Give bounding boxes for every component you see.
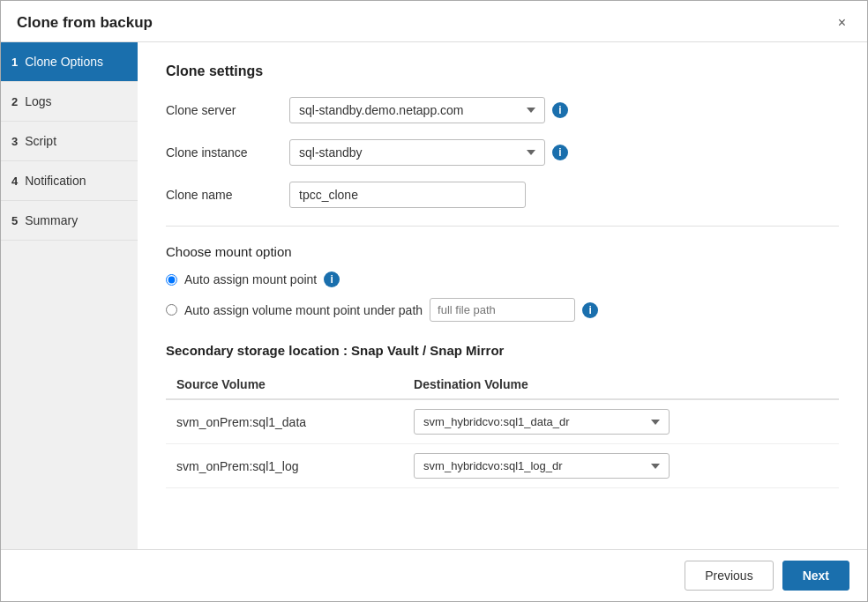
clone-settings-title: Clone settings <box>166 63 839 79</box>
sidebar-label-summary: Summary <box>25 213 78 227</box>
step-num-3: 3 <box>11 135 18 148</box>
sidebar-item-logs[interactable]: 2 Logs <box>1 82 138 122</box>
mount-option-title: Choose mount option <box>166 244 839 259</box>
dialog-body: 1 Clone Options 2 Logs 3 Script 4 Notifi… <box>1 42 867 549</box>
step-num-4: 4 <box>11 175 18 188</box>
auto-assign-info-icon[interactable]: i <box>324 271 340 287</box>
radio-auto-assign-label: Auto assign mount point <box>184 272 317 286</box>
storage-section: Secondary storage location : Snap Vault … <box>166 343 839 488</box>
dialog-header: Clone from backup × <box>1 1 867 42</box>
clone-from-backup-dialog: Clone from backup × 1 Clone Options 2 Lo… <box>0 0 868 602</box>
main-content: Clone settings Clone server sql-standby.… <box>138 42 867 549</box>
clone-server-control: sql-standby.demo.netapp.com i <box>289 97 568 123</box>
close-button[interactable]: × <box>833 13 851 33</box>
col-dest-volume: Destination Volume <box>403 370 839 399</box>
sidebar-item-summary[interactable]: 5 Summary <box>1 201 138 241</box>
clone-server-row: Clone server sql-standby.demo.netapp.com… <box>166 97 839 123</box>
clone-instance-select[interactable]: sql-standby <box>289 139 545 166</box>
dest-volume-select-1[interactable]: svm_hybridcvo:sql1_log_dr <box>414 453 670 479</box>
clone-instance-control: sql-standby i <box>289 139 568 166</box>
dest-volume-cell: svm_hybridcvo:sql1_data_dr <box>403 399 839 444</box>
divider-1 <box>166 226 839 227</box>
sidebar-item-clone-options[interactable]: 1 Clone Options <box>1 42 138 82</box>
clone-name-input[interactable] <box>289 182 526 208</box>
clone-name-label: Clone name <box>166 188 289 202</box>
dialog-footer: Previous Next <box>1 549 867 601</box>
dest-volume-select-0[interactable]: svm_hybridcvo:sql1_data_dr <box>414 409 670 435</box>
sidebar-label-clone-options: Clone Options <box>25 55 103 69</box>
clone-instance-label: Clone instance <box>166 145 289 160</box>
clone-name-control <box>289 182 526 208</box>
source-volume-cell: svm_onPrem:sql1_data <box>166 399 403 444</box>
col-source-volume: Source Volume <box>166 370 403 399</box>
radio-auto-volume[interactable] <box>166 304 177 316</box>
next-button[interactable]: Next <box>782 561 849 591</box>
dialog-title: Clone from backup <box>17 14 153 32</box>
clone-instance-info-icon[interactable]: i <box>552 145 568 160</box>
previous-button[interactable]: Previous <box>685 561 773 591</box>
path-input[interactable] <box>430 298 575 322</box>
step-num-2: 2 <box>11 95 18 108</box>
sidebar-label-logs: Logs <box>25 94 51 108</box>
clone-instance-row: Clone instance sql-standby i <box>166 139 839 166</box>
sidebar-item-notification[interactable]: 4 Notification <box>1 161 138 201</box>
table-row: svm_onPrem:sql1_data svm_hybridcvo:sql1_… <box>166 399 839 444</box>
sidebar-label-notification: Notification <box>25 174 86 188</box>
source-volume-cell: svm_onPrem:sql1_log <box>166 444 403 488</box>
dest-volume-cell: svm_hybridcvo:sql1_log_dr <box>403 444 839 488</box>
sidebar-item-script[interactable]: 3 Script <box>1 122 138 161</box>
clone-server-info-icon[interactable]: i <box>552 102 568 118</box>
table-header-row: Source Volume Destination Volume <box>166 370 839 399</box>
radio-auto-assign-row: Auto assign mount point i <box>166 271 839 287</box>
storage-table: Source Volume Destination Volume svm_onP… <box>166 370 839 488</box>
path-info-icon[interactable]: i <box>582 302 598 318</box>
sidebar-label-script: Script <box>25 134 56 148</box>
storage-title: Secondary storage location : Snap Vault … <box>166 343 839 358</box>
clone-server-select[interactable]: sql-standby.demo.netapp.com <box>289 97 545 123</box>
radio-auto-volume-row: Auto assign volume mount point under pat… <box>166 298 839 322</box>
step-num-1: 1 <box>11 56 18 69</box>
table-row: svm_onPrem:sql1_log svm_hybridcvo:sql1_l… <box>166 444 839 488</box>
step-num-5: 5 <box>11 214 18 227</box>
clone-name-row: Clone name <box>166 182 839 208</box>
radio-auto-volume-label: Auto assign volume mount point under pat… <box>184 303 423 317</box>
sidebar: 1 Clone Options 2 Logs 3 Script 4 Notifi… <box>1 42 138 549</box>
clone-server-label: Clone server <box>166 103 289 117</box>
radio-auto-assign[interactable] <box>166 274 177 286</box>
